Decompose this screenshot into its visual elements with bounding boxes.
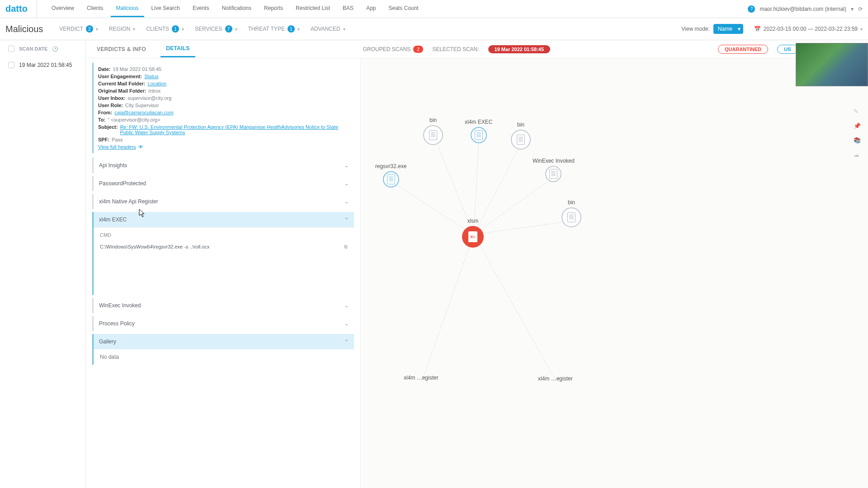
chevron-down-icon: ⌄ — [344, 199, 349, 205]
nav-seats[interactable]: Seats Count — [383, 0, 424, 17]
chevron-down-icon: ▾ — [343, 27, 345, 32]
page-title: Malicious — [5, 24, 43, 34]
status-link[interactable]: Status — [144, 74, 158, 79]
nav-live-search[interactable]: Live Search — [146, 0, 185, 17]
view-mode: View mode: Name — [681, 24, 743, 34]
chevron-down-icon: ⌄ — [344, 163, 349, 169]
help-icon[interactable]: ? — [748, 5, 755, 13]
graph-node-bin[interactable]: bin — [423, 117, 443, 145]
location-link[interactable]: Location — [148, 81, 167, 86]
accordion-header[interactable]: Process Policy⌄ — [94, 316, 354, 331]
accordion-header[interactable]: PasswordProtected⌄ — [94, 176, 354, 191]
file-icon — [567, 212, 576, 222]
tab-details[interactable]: DETAILS — [160, 41, 195, 57]
chevron-down-icon[interactable]: ▾ — [851, 6, 854, 12]
accordion-header[interactable]: Api Insights⌄ — [94, 158, 354, 173]
from-link[interactable]: caja@carraroculiacan.com — [114, 110, 173, 115]
nav-clients[interactable]: Clients — [81, 0, 109, 17]
svg-line-6 — [422, 235, 474, 381]
calendar-icon: 📅 — [754, 26, 761, 32]
subject-link[interactable]: Re: FW: U.S. Environmental Protection Ag… — [120, 124, 349, 135]
viewmode-label: View mode: — [681, 26, 709, 32]
webcam-overlay — [796, 43, 868, 86]
tab-verdicts[interactable]: VERDICTS & INFO — [91, 42, 151, 57]
cmd-row: C:\Windows\SysWow64\regsvr32.exe -s ..\r… — [100, 244, 348, 250]
date-range[interactable]: 📅 2022-03-15 00:00 — 2022-03-22 23:59 ▾ — [754, 26, 863, 32]
filter-verdict[interactable]: VERDICT2▾ — [59, 25, 98, 33]
file-icon — [429, 130, 437, 140]
nav-malicious[interactable]: Malicious — [111, 0, 144, 17]
graph-node-xl4m-exec[interactable]: xl4m EXEC — [465, 119, 492, 143]
top-right: ? maor.hizkiev@bitdam.com (internal) ▾ ⟳ — [748, 5, 863, 13]
graph-node-register[interactable]: xl4m …egister — [404, 375, 439, 381]
details-panel[interactable]: Date:19 Mar 2022 01:58:45 User Engagemen… — [86, 58, 361, 488]
nav-reports[interactable]: Reports — [259, 0, 288, 17]
accordion-process-policy: Process Policy⌄ — [92, 316, 354, 331]
top-bar: datto Overview Clients Malicious Live Se… — [0, 0, 868, 18]
user-email[interactable]: maor.hizkiev@bitdam.com (internal) — [760, 6, 846, 12]
nav-app[interactable]: App — [361, 0, 381, 17]
scan-row-checkbox[interactable] — [8, 62, 14, 68]
grouped-scans: GROUPED SCANS 2 — [363, 46, 423, 53]
selected-scan-date: 19 Mar 2022 01:58:45 — [488, 45, 550, 53]
cmd-text: C:\Windows\SysWow64\regsvr32.exe -s ..\r… — [100, 244, 209, 250]
eye-icon: 👁 — [138, 144, 143, 150]
filter-clients[interactable]: CLIENTS1▾ — [146, 25, 184, 33]
selected-scan-label: SELECTED SCAN: — [432, 46, 479, 52]
top-nav: Overview Clients Malicious Live Search E… — [46, 0, 748, 17]
scan-date-header: SCAN DATE 🕑 — [0, 40, 85, 57]
pill-region[interactable]: US — [777, 45, 797, 54]
edit-icon[interactable]: ✎ — [854, 108, 862, 116]
grouped-count: 2 — [413, 46, 423, 53]
accordion-header[interactable]: WinExec Invoked⌄ — [94, 298, 354, 313]
scan-sidebar: SCAN DATE 🕑 19 Mar 2022 01:58:45 — [0, 40, 86, 488]
filter-advanced[interactable]: ADVANCED▾ — [311, 26, 345, 32]
file-icon — [549, 169, 557, 179]
graph-node-regsvr[interactable]: regsvr32.exe — [375, 163, 406, 188]
nav-notifications[interactable]: Notifications — [217, 0, 257, 17]
filter-region[interactable]: REGION▾ — [109, 26, 135, 32]
pin-icon[interactable]: 📌 — [854, 122, 862, 131]
chevron-down-icon: ⌄ — [344, 303, 349, 309]
chevron-down-icon: ⌄ — [344, 321, 349, 327]
nav-overview[interactable]: Overview — [46, 0, 80, 17]
filter-services[interactable]: SERVICES7▾ — [195, 25, 237, 33]
select-all-checkbox[interactable] — [8, 46, 14, 52]
content-panel: VERDICTS & INFO DETAILS GROUPED SCANS 2 … — [86, 40, 868, 488]
view-full-headers[interactable]: View full headers — [98, 144, 136, 150]
nav-bas[interactable]: BAS — [337, 0, 359, 17]
accordion-header[interactable]: Gallery⌃ — [94, 334, 354, 349]
chevron-down-icon: ▾ — [297, 27, 300, 32]
cloud-icon[interactable]: ☁ — [854, 151, 862, 160]
graph-node-xlsm[interactable]: xlsm X≡ — [462, 218, 484, 248]
svg-line-7 — [474, 235, 556, 381]
accordion-native-api-register: xl4m Native Api Register⌄ — [92, 194, 354, 209]
accordion-header[interactable]: xl4m Native Api Register⌄ — [94, 194, 354, 209]
file-icon — [475, 130, 483, 140]
chevron-down-icon: ▾ — [860, 27, 863, 32]
refresh-icon[interactable]: ⟳ — [858, 6, 863, 12]
copy-icon[interactable]: ⧉ — [344, 244, 348, 250]
chevron-up-icon: ⌃ — [344, 339, 349, 345]
viewmode-select[interactable]: Name — [713, 24, 743, 34]
content-body: Date:19 Mar 2022 01:58:45 User Engagemen… — [86, 58, 868, 488]
chevron-down-icon: ▾ — [96, 27, 98, 32]
graph-panel[interactable]: bin xl4m EXEC bin WinExec Invoked regsvr… — [361, 58, 868, 488]
main-area: SCAN DATE 🕑 19 Mar 2022 01:58:45 VERDICT… — [0, 40, 868, 488]
accordion-header[interactable]: xl4m EXEC⌃ — [94, 212, 354, 227]
graph-node-bin[interactable]: bin — [511, 122, 531, 150]
graph-node-register[interactable]: xl4m …egister — [538, 375, 573, 382]
gallery-nodata: No data — [94, 349, 354, 365]
filter-threat-type[interactable]: THREAT TYPE1▾ — [248, 25, 300, 33]
nav-events[interactable]: Events — [187, 0, 215, 17]
scan-row[interactable]: 19 Mar 2022 01:58:45 — [0, 57, 85, 73]
graph-node-winexec[interactable]: WinExec Invoked — [533, 158, 575, 182]
graph-node-bin[interactable]: bin — [561, 199, 581, 227]
info-block: Date:19 Mar 2022 01:58:45 User Engagemen… — [92, 63, 354, 153]
chevron-down-icon: ▾ — [235, 27, 237, 32]
brand-logo: datto — [5, 0, 37, 18]
filter-bar: Malicious VERDICT2▾ REGION▾ CLIENTS1▾ SE… — [0, 18, 868, 40]
nav-restricted[interactable]: Restricted List — [290, 0, 335, 17]
layers-icon[interactable]: 📚 — [854, 137, 862, 145]
chevron-down-icon: ▾ — [133, 27, 135, 32]
